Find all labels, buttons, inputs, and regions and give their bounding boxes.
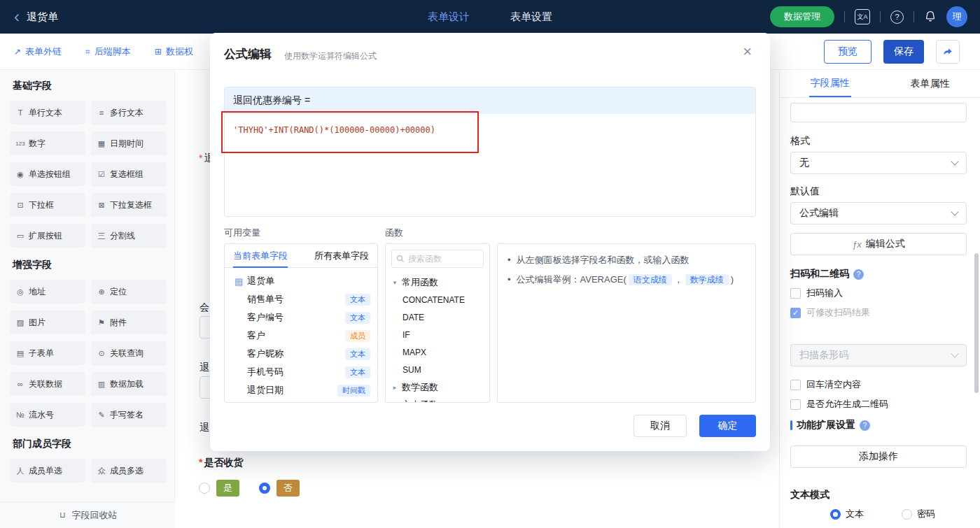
default-value-select[interactable]: 公式编辑 bbox=[790, 202, 967, 224]
field-item-member-single[interactable]: 人成员单选 bbox=[10, 459, 85, 483]
toolbar-item-backend-script[interactable]: ⌗ 后端脚本 bbox=[85, 45, 131, 58]
field-item-multi-line-text[interactable]: ≡多行文本 bbox=[91, 101, 167, 124]
avatar[interactable]: 理 bbox=[946, 6, 967, 27]
radio-label: 文本 bbox=[846, 508, 864, 520]
field-item-subform[interactable]: ▤子表单 bbox=[10, 341, 85, 365]
scan-barcode-select[interactable]: 扫描条形码 bbox=[790, 344, 967, 366]
field-item-linked-query[interactable]: ⊙关联查询 bbox=[91, 341, 167, 365]
divider bbox=[913, 11, 914, 22]
save-button[interactable]: 保存 bbox=[883, 40, 924, 64]
checkbox-unchecked[interactable] bbox=[790, 399, 801, 410]
allow-qr-checkbox-row[interactable]: 是否允许生成二维码 bbox=[790, 398, 967, 411]
radio-no[interactable] bbox=[259, 483, 270, 494]
enter-clear-checkbox-row[interactable]: 回车清空内容 bbox=[790, 378, 967, 391]
back-icon[interactable]: ‹ bbox=[14, 10, 20, 24]
field-item-attachment[interactable]: ⚑附件 bbox=[91, 311, 167, 334]
formula-field-label: 退回优惠券编号 = bbox=[225, 87, 755, 114]
function-item[interactable]: DATE bbox=[386, 308, 489, 326]
field-item-label: 附件 bbox=[110, 317, 127, 329]
format-select[interactable]: 无 bbox=[790, 152, 967, 174]
help-panel: •从左侧面板选择字段名和函数，或输入函数 •公式编辑举例：AVERAGE(语文成… bbox=[497, 243, 756, 403]
variable-row[interactable]: 销售单号文本 bbox=[225, 290, 377, 308]
tab-form-props[interactable]: 表单属性 bbox=[880, 70, 980, 97]
field-item-member-multi[interactable]: 众成员多选 bbox=[91, 459, 167, 483]
radio-text-mode[interactable] bbox=[830, 509, 841, 520]
help-icon[interactable]: ? bbox=[890, 10, 904, 24]
field-item-multi-dropdown[interactable]: ⊠下拉复选框 bbox=[91, 193, 167, 217]
tab-all-form-fields[interactable]: 所有表单字段 bbox=[314, 250, 369, 262]
variable-row[interactable]: 退货日期时间戳 bbox=[225, 381, 377, 399]
question-icon[interactable]: ? bbox=[860, 420, 870, 431]
field-item-data-load[interactable]: ▥数据加载 bbox=[91, 372, 167, 396]
scan-input-checkbox-row[interactable]: 扫码输入 bbox=[790, 287, 967, 299]
variable-row[interactable]: 客户昵称文本 bbox=[225, 345, 377, 363]
field-recycle-bin[interactable]: ⊔ 字段回收站 bbox=[0, 501, 175, 528]
image-icon: ▨ bbox=[15, 318, 25, 327]
tab-form-design[interactable]: 表单设计 bbox=[428, 10, 470, 24]
field-item-datetime[interactable]: ▦日期时间 bbox=[91, 131, 167, 155]
function-group-text[interactable]: ▸文本函数 bbox=[386, 396, 489, 403]
function-search[interactable] bbox=[391, 250, 484, 268]
tab-field-props[interactable]: 字段属性 bbox=[780, 70, 880, 97]
tab-current-form-fields[interactable]: 当前表单字段 bbox=[233, 244, 288, 268]
function-item[interactable]: IF bbox=[386, 326, 489, 343]
tab-form-settings[interactable]: 表单设置 bbox=[510, 10, 552, 24]
radio-password-mode[interactable] bbox=[902, 509, 912, 520]
variables-tabs: 当前表单字段 所有表单字段 bbox=[225, 244, 377, 268]
no-tag[interactable]: 否 bbox=[276, 480, 300, 497]
form-node[interactable]: ▤退货单 bbox=[225, 272, 377, 290]
formula-editor[interactable]: 退回优惠券编号 = 'THYHQ'+INT(RAND()*(100000-000… bbox=[224, 87, 756, 217]
language-icon[interactable]: 文A bbox=[855, 9, 870, 24]
function-item[interactable]: MAPX bbox=[386, 343, 489, 361]
preview-button[interactable]: 预览 bbox=[824, 40, 872, 64]
field-item-extend-button[interactable]: ▭扩展按钮 bbox=[10, 224, 85, 248]
field-item-radio-group[interactable]: ◉单选按钮组 bbox=[10, 162, 85, 186]
question-icon[interactable]: ? bbox=[853, 269, 864, 280]
variable-row[interactable]: 手机号码文本 bbox=[225, 363, 377, 381]
toolbar-item-data-permission[interactable]: ⊞ 数据权 bbox=[155, 45, 193, 58]
edit-formula-button[interactable]: ƒx编辑公式 bbox=[790, 233, 967, 255]
checkbox-checked[interactable]: ✓ bbox=[790, 308, 801, 318]
function-group-math[interactable]: ▸数学函数 bbox=[386, 378, 489, 396]
field-item-number[interactable]: 123数字 bbox=[10, 131, 85, 155]
yes-tag[interactable]: 是 bbox=[216, 480, 239, 497]
signature-pen-icon: ✎ bbox=[97, 411, 106, 420]
recycle-label: 字段回收站 bbox=[72, 509, 118, 522]
add-action-button[interactable]: 添加操作 bbox=[790, 445, 967, 468]
checkbox-unchecked[interactable] bbox=[790, 380, 801, 390]
help-text: 从左侧面板选择字段名和函数，或输入函数 bbox=[517, 252, 690, 268]
field-item-single-line-text[interactable]: T单行文本 bbox=[10, 101, 85, 124]
formula-code[interactable]: 'THYHQ'+INT(RAND()*(100000-00000)+00000) bbox=[225, 114, 755, 146]
function-item[interactable]: SUM bbox=[386, 361, 489, 378]
field-item-linked-data[interactable]: ∞关联数据 bbox=[10, 372, 85, 396]
notification-bell-icon[interactable] bbox=[924, 10, 937, 23]
field-item-serial-number[interactable]: №流水号 bbox=[10, 403, 85, 427]
data-manage-button[interactable]: 数据管理 bbox=[770, 6, 834, 27]
function-group-common[interactable]: ▾常用函数 bbox=[386, 273, 489, 291]
field-item-signature[interactable]: ✎手写签名 bbox=[91, 403, 167, 427]
field-item-location[interactable]: ⊕定位 bbox=[91, 280, 167, 304]
scrollbar[interactable] bbox=[974, 253, 979, 393]
checkbox-icon: ☑ bbox=[97, 170, 106, 179]
close-icon[interactable]: × bbox=[743, 44, 752, 59]
field-item-checkbox-group[interactable]: ☑复选框组 bbox=[91, 162, 167, 186]
variable-row[interactable]: 客户成员 bbox=[225, 327, 377, 345]
field-item-address[interactable]: ◎地址 bbox=[10, 280, 85, 304]
function-search-input[interactable] bbox=[408, 254, 478, 264]
share-button[interactable] bbox=[936, 40, 960, 64]
checkbox-unchecked[interactable] bbox=[790, 288, 801, 299]
toolbar-item-form-external-link[interactable]: ↗ 表单外链 bbox=[14, 45, 62, 58]
variable-row[interactable]: 客户编号文本 bbox=[225, 308, 377, 327]
field-item-image[interactable]: ▨图片 bbox=[10, 311, 85, 334]
field-item-dropdown[interactable]: ⊡下拉框 bbox=[10, 193, 85, 217]
field-item-divider[interactable]: 三分割线 bbox=[91, 224, 167, 248]
function-item[interactable]: CONCATENATE bbox=[386, 291, 489, 308]
radio-yes[interactable] bbox=[199, 483, 210, 494]
field-item-label: 流水号 bbox=[29, 409, 54, 421]
props-input[interactable] bbox=[790, 103, 967, 122]
props-panel: 字段属性 表单属性 格式 无 默认值 公式编辑 ƒx编辑公式 扫码和二维码? 扫… bbox=[779, 70, 980, 528]
cancel-button[interactable]: 取消 bbox=[634, 415, 687, 437]
field-item-label: 手写签名 bbox=[110, 409, 144, 421]
scan-editable-checkbox-row[interactable]: ✓可修改扫码结果 bbox=[790, 306, 967, 319]
ok-button[interactable]: 确定 bbox=[699, 415, 756, 437]
